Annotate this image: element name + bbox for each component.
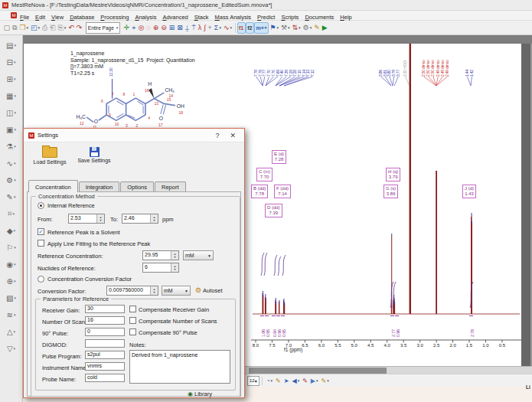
align-icon[interactable]: ⊟▾ <box>7 54 16 70</box>
conversion-factor-radio[interactable] <box>38 276 44 283</box>
bins-icon[interactable]: ⌗▾ <box>8 205 15 222</box>
zoom-out-icon[interactable]: ◌ <box>145 22 152 34</box>
spinner-arrows-icon[interactable]: ▲▼ <box>171 251 178 260</box>
tab-options[interactable]: Options <box>120 181 154 192</box>
menu-analysis[interactable]: Analysis <box>132 14 159 21</box>
close-button[interactable]: ✕ <box>226 132 240 139</box>
pulse90-input[interactable]: 0 <box>85 328 125 336</box>
peak-down-icon[interactable]: ⍑ <box>191 22 197 34</box>
chemistry-icon[interactable]: ⚗▾ <box>6 138 15 155</box>
help-button[interactable]: ? <box>211 132 223 139</box>
reference-peak-solvent-checkbox[interactable]: ✓ <box>38 228 44 235</box>
load-settings-button[interactable]: Load Settings <box>30 147 70 165</box>
pen-star-icon[interactable]: ✎▾ <box>320 377 331 384</box>
menu-help[interactable]: Help <box>337 14 354 21</box>
play-tool-icon[interactable]: ▶▾ <box>309 377 320 384</box>
menu-scripts[interactable]: Scripts <box>278 14 302 21</box>
down-icon[interactable]: ▽▾ <box>7 340 15 357</box>
table-icon[interactable]: ▦▾ <box>6 87 16 104</box>
dialog-titlebar[interactable]: M Settings ? ✕ <box>24 129 244 142</box>
probe-name-input[interactable]: cold <box>85 374 125 382</box>
zoom-in-icon[interactable]: ◎ <box>137 22 145 34</box>
phase-icon[interactable]: ∿▾ <box>222 22 233 34</box>
copy-icon[interactable]: ⎗ <box>49 22 57 34</box>
curve-icon[interactable]: ∿▾ <box>7 155 16 172</box>
frame-icon[interactable]: ▣▾ <box>6 121 16 138</box>
to-spinbox[interactable]: 2.46 ▲▼ <box>122 214 158 224</box>
undo-icon[interactable]: ↶ <box>67 22 76 34</box>
new-document-icon[interactable]: ▢ <box>2 22 11 34</box>
peak-pick-icon[interactable]: λ <box>197 22 203 34</box>
spinner-arrows-icon[interactable]: ▲▼ <box>96 214 104 223</box>
internal-reference-radio[interactable] <box>38 202 44 209</box>
menu-processing[interactable]: Processing <box>97 14 132 21</box>
flag-icon[interactable]: ⚑▾ <box>269 22 280 34</box>
nuclides-spinbox[interactable]: 6 ▲▼ <box>142 263 179 273</box>
menu-advanced[interactable]: Advanced <box>159 14 191 21</box>
sum-icon[interactable]: Σ▾ <box>213 22 222 34</box>
font-size-combo[interactable]: 12 ▾ <box>247 376 259 386</box>
redo-icon[interactable]: ↷ <box>75 22 83 34</box>
grid2-icon[interactable]: ⊞▾ <box>7 70 16 87</box>
notes-textarea[interactable]: Derived from 1_naprossene <box>129 350 230 384</box>
pages-icon[interactable]: ◫▾ <box>6 104 16 121</box>
flag2-icon[interactable]: ⚐▾ <box>6 239 15 256</box>
target-icon[interactable]: ◉▾ <box>6 256 15 273</box>
crosshair-icon[interactable]: ⌖ <box>131 22 137 34</box>
menu-documents[interactable]: Documents <box>302 14 337 21</box>
compensate-receiver-gain-checkbox[interactable] <box>129 306 136 312</box>
edit-icon[interactable]: ✎ <box>313 22 321 34</box>
menu-stack[interactable]: Stack <box>191 14 212 21</box>
apply-line-fitting-checkbox[interactable] <box>38 240 44 247</box>
plus-icon[interactable]: ⊕▾ <box>7 273 16 289</box>
library-button[interactable]: ◉ Library <box>188 391 212 397</box>
compensate-pulse90-checkbox[interactable] <box>129 328 136 335</box>
save-icon[interactable]: ◰▾ <box>30 22 41 34</box>
f2-button[interactable]: f2 <box>246 22 254 34</box>
menu-database[interactable]: Database <box>67 14 97 21</box>
spinner-arrows-icon[interactable]: ▲▼ <box>150 214 158 223</box>
shape-icon[interactable]: ◆▾ <box>7 222 15 239</box>
reference-concentration-spinbox[interactable]: 29.95 ▲▼ <box>142 250 179 260</box>
layout-icon[interactable]: ▤▾ <box>6 37 16 54</box>
scrollbar-thumb[interactable] <box>249 368 387 374</box>
wave-icon[interactable]: ≋▾ <box>7 306 16 323</box>
new-page-icon[interactable]: ⧉ <box>11 22 18 34</box>
compensate-scans-checkbox[interactable] <box>129 317 136 324</box>
open-icon[interactable]: ❐▾ <box>18 22 30 34</box>
menu-view[interactable]: View <box>48 14 67 21</box>
tab-concentration[interactable]: Concentration <box>28 180 78 192</box>
pencil-icon[interactable]: ✎▾ <box>7 188 16 205</box>
receiver-gain-input[interactable]: 30 <box>85 305 125 313</box>
page-zoom-combo[interactable]: Entire Page▾ <box>86 22 120 34</box>
baseline-icon[interactable]: ⇅▾ <box>291 22 302 34</box>
instrument-name-input[interactable]: vnmrs <box>85 362 125 371</box>
pan-icon[interactable]: ✛ <box>122 22 131 34</box>
close-view-icon[interactable]: ⊠ <box>176 22 184 34</box>
menu-mass-analysis[interactable]: Mass Analysis <box>212 14 255 21</box>
print-icon[interactable]: ⎙ <box>41 22 49 34</box>
tab-integration[interactable]: Integration <box>79 181 119 192</box>
add-icon[interactable]: + <box>207 22 213 34</box>
pulse-program-input[interactable]: s2pul <box>85 351 125 359</box>
autoset-button[interactable]: ⚙ Autoset <box>195 286 223 294</box>
digmod-input[interactable] <box>85 339 125 348</box>
fit-icon[interactable]: ⊖ <box>160 22 168 34</box>
from-spinbox[interactable]: 2.53 ▲▼ <box>68 214 105 224</box>
peak-up-icon[interactable]: ⍊ <box>184 22 190 34</box>
reference-unit-combo[interactable]: mM ▼ <box>183 250 214 260</box>
grid-icon[interactable]: ⊞ <box>168 22 176 34</box>
number-of-scans-input[interactable]: 16 <box>85 316 125 325</box>
up-icon[interactable]: △▾ <box>7 323 15 340</box>
multiplet-button[interactable]: m+▾ <box>254 22 269 34</box>
tab-report[interactable]: Report <box>155 181 186 192</box>
gear-icon[interactable]: ⚙▾ <box>6 172 15 188</box>
pen-gold-icon[interactable]: ✎ <box>274 377 282 384</box>
cursor-tool-icon[interactable]: ◀▾ <box>290 377 301 384</box>
conversion-unit-combo[interactable]: mM ▼ <box>162 286 191 296</box>
spinner-arrows-icon[interactable]: ▲▼ <box>150 286 158 295</box>
paste-icon[interactable]: ⎘▾ <box>57 22 67 34</box>
run-icon[interactable]: ▶ <box>321 22 328 34</box>
tools-icon[interactable]: ⚒▾ <box>279 22 291 34</box>
zoom-tool-icon[interactable]: ◔▾ <box>265 377 274 384</box>
